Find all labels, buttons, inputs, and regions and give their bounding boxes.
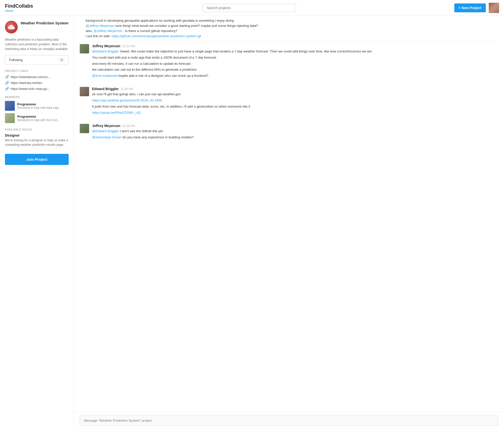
msg-text-2: ok cool i'll get that going! also, i can… (92, 92, 498, 115)
msg-p-2-4: https://youtu.be/PNeZOOBV_UQ (92, 110, 498, 115)
project-title-block: Weather Prediction System (21, 21, 68, 26)
project-name: Weather Prediction System (21, 21, 68, 26)
youtube-link[interactable]: https://youtu.be/PNeZOOBV_UQ (92, 111, 141, 114)
header-actions: + New Project (454, 3, 499, 13)
role-item-1: Designer We're looking for a designer to… (5, 133, 69, 147)
message-group-3: Jeffrey Meyerson 02:28 PM @Edward Briggl… (80, 121, 498, 141)
msg-p-1-5: @Srini Kadamati maybe add a role of a de… (92, 73, 498, 79)
member-role-2: Programmer (17, 115, 60, 118)
link-icon-2: 🔗 (5, 81, 9, 85)
following-count: 1 (59, 58, 64, 62)
member-item-1: Programmer Someone to help with data ing… (5, 101, 69, 111)
user-avatar[interactable] (489, 3, 499, 13)
project-link-1[interactable]: 🔗 https://stackabuse.com/us... (5, 75, 69, 79)
brand: FindCollabs About (5, 3, 44, 13)
link-url-2: https://darksky.net/dev (11, 81, 42, 85)
msg-header-1: Jeffrey Meyerson 12:22 PM (92, 44, 498, 48)
header: FindCollabs About + New Project (0, 0, 504, 16)
msg-body-3: Jeffrey Meyerson 02:28 PM @Edward Briggl… (92, 124, 498, 141)
member-item-2: Programmer Someone to help with the mod.… (5, 113, 69, 123)
msg-time-1: 12:22 PM (122, 45, 135, 48)
msg-p-2-3: it pulls from nws and has forecast data,… (92, 104, 498, 109)
available-roles-label: AVAILABLE ROLES (5, 128, 69, 131)
msg-time-3: 02:28 PM (122, 124, 135, 128)
mention: @Sairaviteja Gavari (92, 135, 122, 139)
mention: @Jeffrey Meyerson (86, 24, 114, 28)
msg-body-2: Edward Briggler 12:40 PM ok cool i'll ge… (92, 87, 498, 116)
roles-section: Designer We're looking for a designer to… (5, 133, 69, 147)
member-desc-1: Someone to help with data inge... (17, 106, 61, 110)
msg-author-3: Jeffrey Meyerson (92, 124, 120, 128)
app-name: FindCollabs (5, 3, 44, 9)
member-avatar-2 (5, 113, 15, 123)
msg-p-1-2: You could start with just a node app tha… (92, 55, 498, 60)
msg-header-2: Edward Briggler 12:40 PM (92, 87, 498, 91)
partial-msg-4: I put link on side: https://github.com/l… (86, 34, 492, 39)
message-group-2: Edward Briggler 12:40 PM ok cool i'll ge… (80, 84, 498, 116)
project-links-label: PROJECT LINKS (5, 69, 69, 72)
msg-p-1-4: the calculation can call out to the diff… (92, 67, 498, 72)
msg-p-1-3: and every 60 minutes, it can run a calcu… (92, 61, 498, 66)
following-button[interactable]: Following 1 (5, 55, 69, 64)
mention: @Jeffrey Meyerson (94, 29, 122, 33)
project-description: Weather prediction is a fascinating data… (5, 37, 69, 51)
members-list: Programmer Someone to help with data ing… (5, 101, 69, 123)
cloud-icon (8, 24, 15, 31)
project-link-2[interactable]: 🔗 https://darksky.net/dev (5, 81, 69, 85)
project-links: 🔗 https://stackabuse.com/us... 🔗 https:/… (5, 75, 69, 91)
project-icon-inner (5, 21, 18, 33)
msg-time-2: 12:40 PM (121, 87, 133, 91)
msg-text-3: @Edward Briggler I don't see the Github … (92, 129, 498, 140)
mention: @Edward Briggler (92, 49, 119, 53)
member-role-1: Programmer (17, 102, 61, 106)
msg-p-1-1: @Edward Briggler Sweet. We could make th… (92, 49, 498, 54)
chat-input[interactable] (80, 415, 498, 426)
member-avatar-1 (5, 101, 15, 111)
project-header: Weather Prediction System (5, 21, 69, 33)
join-project-button[interactable]: Join Project (5, 154, 69, 165)
mention: @Edward Briggler (92, 129, 119, 133)
avatar-image (489, 3, 499, 13)
msg-author-1: Jeffrey Meyerson (92, 44, 120, 48)
role-title-1: Designer (5, 133, 69, 137)
chat-area: background in developing geospatial appl… (74, 16, 504, 429)
link-url-3: https://www.ncdc.noaa.go... (11, 87, 50, 91)
chat-messages: background in developing geospatial appl… (74, 16, 504, 412)
link-url-1: https://stackabuse.com/us... (11, 75, 50, 79)
msg-text-1: @Edward Briggler Sweet. We could make th… (92, 49, 498, 79)
msg-author-2: Edward Briggler (92, 87, 119, 91)
github-link[interactable]: https://github.com/lemonprogis/weather-p… (111, 34, 201, 38)
msg-avatar-edward-1 (80, 87, 89, 96)
partial-msg-3: also, @Jeffrey Meyerson , is there a cur… (86, 29, 492, 34)
msg-p-3-1: @Edward Briggler I don't see the Github … (92, 129, 498, 134)
msg-avatar-jeffrey-1 (80, 44, 89, 53)
partial-msg-1: background in developing geospatial appl… (86, 18, 492, 23)
msg-body-1: Jeffrey Meyerson 12:22 PM @Edward Briggl… (92, 44, 498, 80)
link-icon-1: 🔗 (5, 75, 9, 79)
msg-p-3-2: @Sairaviteja Gavari do you have any expe… (92, 135, 498, 140)
partial-msg-2: @Jeffrey Meyerson sure thing! what would… (86, 23, 492, 29)
new-project-button[interactable]: + New Project (454, 3, 486, 12)
role-desc-1: We're looking for a designer to help us … (5, 138, 69, 147)
member-desc-2: Someone to help with the mod... (17, 118, 60, 122)
member-info-2: Programmer Someone to help with the mod.… (17, 115, 60, 122)
member-info-1: Programmer Someone to help with data ing… (17, 102, 61, 110)
sidebar: Weather Prediction System Weather predic… (0, 16, 74, 429)
search-input[interactable] (203, 4, 296, 12)
about-link[interactable]: About (5, 9, 44, 13)
link-icon-3: 🔗 (5, 87, 9, 91)
msg-header-3: Jeffrey Meyerson 02:28 PM (92, 124, 498, 128)
weather-link[interactable]: https://api.weather.gov/points/35.0528,-… (92, 98, 162, 102)
msg-avatar-jeffrey-3 (80, 124, 89, 133)
search-container (49, 4, 449, 12)
msg-p-2-1: ok cool i'll get that going! also, i can… (92, 92, 498, 97)
project-link-3[interactable]: 🔗 https://www.ncdc.noaa.go... (5, 87, 69, 91)
mention: @Srini Kadamati (92, 74, 117, 78)
partial-messages: background in developing geospatial appl… (80, 18, 498, 42)
members-label: MEMBERS (5, 95, 69, 98)
message-group-1: Jeffrey Meyerson 12:22 PM @Edward Briggl… (80, 42, 498, 80)
project-icon (5, 21, 18, 33)
layout: Weather Prediction System Weather predic… (0, 16, 504, 429)
msg-p-2-2: https://api.weather.gov/points/35.0528,-… (92, 98, 498, 103)
chat-input-area (74, 412, 504, 429)
